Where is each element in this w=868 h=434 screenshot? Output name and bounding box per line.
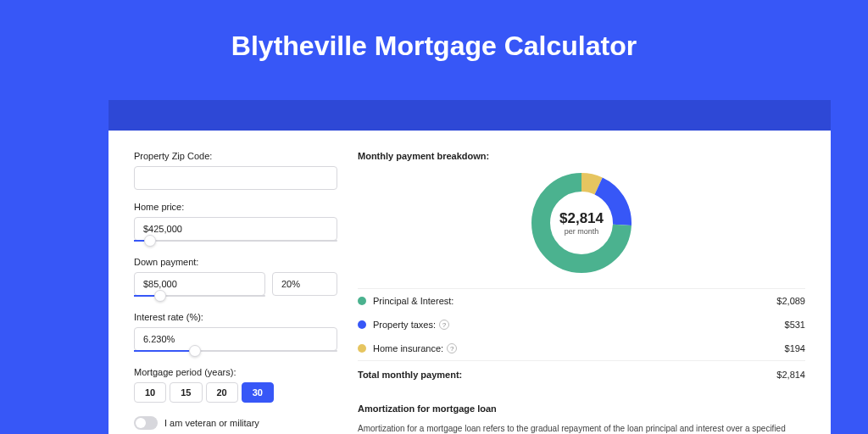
interest-rate-slider[interactable] — [134, 350, 337, 352]
breakdown-title: Monthly payment breakdown: — [358, 151, 805, 161]
period-option-15[interactable]: 15 — [170, 382, 202, 403]
breakdown-row-insurance: Home insurance: ? $194 — [358, 337, 805, 360]
row-label: Property taxes: ? — [373, 320, 785, 330]
dot-icon — [358, 297, 366, 305]
period-option-10[interactable]: 10 — [134, 382, 166, 403]
veteran-label: I am veteran or military — [164, 418, 259, 428]
zip-input[interactable] — [134, 166, 337, 190]
home-price-field: Home price: — [134, 202, 337, 242]
total-value: $2,814 — [776, 370, 805, 380]
interest-rate-label: Interest rate (%): — [134, 312, 337, 322]
period-option-20[interactable]: 20 — [206, 382, 238, 403]
down-payment-amount-input[interactable] — [134, 272, 265, 296]
mortgage-period-options: 10 15 20 30 — [134, 382, 337, 403]
inputs-column: Property Zip Code: Home price: Down paym… — [134, 151, 337, 434]
header-stripe — [108, 100, 831, 131]
veteran-row: I am veteran or military — [134, 416, 337, 430]
donut-sub: per month — [565, 227, 599, 236]
donut-chart-wrap: $2,814 per month — [358, 171, 805, 275]
down-payment-pct-input[interactable] — [272, 272, 337, 296]
row-label: Principal & Interest: — [373, 296, 776, 306]
page-title: Blytheville Mortgage Calculator — [0, 0, 868, 86]
veteran-toggle[interactable] — [134, 416, 158, 430]
interest-rate-input[interactable] — [134, 327, 337, 351]
home-price-input[interactable] — [134, 217, 337, 241]
breakdown-column: Monthly payment breakdown: $2,814 per mo… — [358, 151, 805, 434]
row-value: $531 — [785, 320, 805, 330]
mortgage-period-field: Mortgage period (years): 10 15 20 30 — [134, 367, 337, 403]
home-price-label: Home price: — [134, 202, 337, 212]
dot-icon — [358, 344, 366, 353]
breakdown-row-taxes: Property taxes: ? $531 — [358, 313, 805, 337]
row-value: $2,089 — [776, 296, 805, 306]
zip-label: Property Zip Code: — [134, 151, 337, 161]
period-option-30[interactable]: 30 — [242, 382, 274, 403]
help-icon[interactable]: ? — [447, 343, 457, 353]
down-payment-field: Down payment: — [134, 257, 337, 297]
breakdown-row-principal: Principal & Interest: $2,089 — [358, 289, 805, 313]
help-icon[interactable]: ? — [439, 320, 449, 330]
calculator-card: Property Zip Code: Home price: Down paym… — [108, 131, 831, 434]
row-label: Home insurance: ? — [373, 343, 785, 353]
donut-value: $2,814 — [559, 210, 604, 227]
interest-rate-field: Interest rate (%): — [134, 312, 337, 352]
down-payment-slider[interactable] — [134, 295, 265, 297]
donut-chart: $2,814 per month — [530, 171, 633, 275]
mortgage-period-label: Mortgage period (years): — [134, 367, 337, 377]
home-price-slider[interactable] — [134, 240, 337, 242]
zip-field: Property Zip Code: — [134, 151, 337, 190]
amortization-title: Amortization for mortgage loan — [358, 403, 805, 414]
row-value: $194 — [785, 343, 805, 353]
down-payment-label: Down payment: — [134, 257, 337, 267]
total-label: Total monthly payment: — [358, 370, 776, 380]
breakdown-list: Principal & Interest: $2,089 Property ta… — [358, 288, 805, 387]
amortization-text: Amortization for a mortgage loan refers … — [358, 422, 805, 434]
breakdown-row-total: Total monthly payment: $2,814 — [358, 360, 805, 387]
dot-icon — [358, 320, 366, 329]
